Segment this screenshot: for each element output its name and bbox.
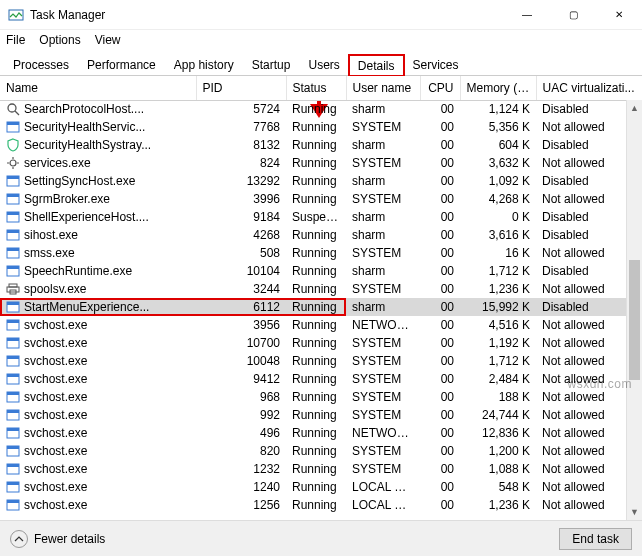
col-pid[interactable]: PID bbox=[196, 76, 286, 100]
menu-file[interactable]: File bbox=[6, 33, 25, 47]
table-row[interactable]: SpeechRuntime.exe10104Runningsharm001,71… bbox=[0, 262, 642, 280]
end-task-button[interactable]: End task bbox=[559, 528, 632, 550]
table-row[interactable]: SecurityHealthServic...7768RunningSYSTEM… bbox=[0, 118, 642, 136]
fewer-details-button[interactable]: Fewer details bbox=[10, 530, 105, 548]
table-row[interactable]: svchost.exe992RunningSYSTEM0024,744 KNot… bbox=[0, 406, 642, 424]
cell-mem: 1,088 K bbox=[460, 460, 536, 478]
cell-cpu: 00 bbox=[420, 334, 460, 352]
cell-pid: 4268 bbox=[196, 226, 286, 244]
col-user[interactable]: User name bbox=[346, 76, 420, 100]
svg-rect-36 bbox=[7, 374, 19, 377]
table-row[interactable]: svchost.exe496RunningNETWORK ...0012,836… bbox=[0, 424, 642, 442]
cell-pid: 10104 bbox=[196, 262, 286, 280]
vertical-scrollbar[interactable]: ▲ ▼ bbox=[626, 100, 642, 520]
cell-cpu: 00 bbox=[420, 100, 460, 118]
table-row[interactable]: svchost.exe10048RunningSYSTEM001,712 KNo… bbox=[0, 352, 642, 370]
table-row[interactable]: SgrmBroker.exe3996RunningSYSTEM004,268 K… bbox=[0, 190, 642, 208]
col-uac[interactable]: UAC virtualizati... bbox=[536, 76, 642, 100]
cell-user: SYSTEM bbox=[346, 334, 420, 352]
cell-name: StartMenuExperience... bbox=[0, 298, 196, 316]
process-icon bbox=[6, 426, 20, 440]
menubar: File Options View bbox=[0, 30, 642, 50]
scrollbar-up-icon[interactable]: ▲ bbox=[627, 100, 642, 116]
cell-mem: 4,268 K bbox=[460, 190, 536, 208]
cell-name: smss.exe bbox=[0, 244, 196, 262]
cell-pid: 9184 bbox=[196, 208, 286, 226]
col-cpu[interactable]: CPU bbox=[420, 76, 460, 100]
svg-rect-23 bbox=[7, 266, 19, 269]
cell-name: SpeechRuntime.exe bbox=[0, 262, 196, 280]
cell-cpu: 00 bbox=[420, 424, 460, 442]
table-row[interactable]: spoolsv.exe3244RunningSYSTEM001,236 KNot… bbox=[0, 280, 642, 298]
close-button[interactable]: ✕ bbox=[596, 0, 642, 30]
cell-name: svchost.exe bbox=[0, 352, 196, 370]
cell-name: svchost.exe bbox=[0, 388, 196, 406]
process-icon bbox=[6, 462, 20, 476]
cell-name: svchost.exe bbox=[0, 334, 196, 352]
tab-details[interactable]: Details bbox=[349, 55, 404, 76]
table-row[interactable]: svchost.exe968RunningSYSTEM00188 KNot al… bbox=[0, 388, 642, 406]
tabs: Processes Performance App history Startu… bbox=[0, 54, 642, 76]
tab-users[interactable]: Users bbox=[299, 54, 348, 75]
cell-cpu: 00 bbox=[420, 442, 460, 460]
tab-app-history[interactable]: App history bbox=[165, 54, 243, 75]
table-row[interactable]: SecurityHealthSystray...8132Runningsharm… bbox=[0, 136, 642, 154]
cell-status: Running bbox=[286, 334, 346, 352]
window-title: Task Manager bbox=[30, 8, 105, 22]
table-row[interactable]: svchost.exe1256RunningLOCAL SER...001,23… bbox=[0, 496, 642, 514]
scrollbar-down-icon[interactable]: ▼ bbox=[627, 504, 642, 520]
table-row[interactable]: SettingSyncHost.exe13292Runningsharm001,… bbox=[0, 172, 642, 190]
minimize-button[interactable]: — bbox=[504, 0, 550, 30]
cell-user: SYSTEM bbox=[346, 352, 420, 370]
svg-point-3 bbox=[8, 104, 16, 112]
table-row[interactable]: svchost.exe1240RunningLOCAL SER...00548 … bbox=[0, 478, 642, 496]
menu-options[interactable]: Options bbox=[39, 33, 80, 47]
cell-status: Running bbox=[286, 262, 346, 280]
cell-mem: 188 K bbox=[460, 388, 536, 406]
process-icon bbox=[6, 228, 20, 242]
cell-mem: 24,744 K bbox=[460, 406, 536, 424]
maximize-button[interactable]: ▢ bbox=[550, 0, 596, 30]
tab-performance[interactable]: Performance bbox=[78, 54, 165, 75]
table-row[interactable]: services.exe824RunningSYSTEM003,632 KNot… bbox=[0, 154, 642, 172]
cell-user: SYSTEM bbox=[346, 154, 420, 172]
col-mem[interactable]: Memory (ac... bbox=[460, 76, 536, 100]
table-row[interactable]: svchost.exe9412RunningSYSTEM002,484 KNot… bbox=[0, 370, 642, 388]
cell-user: sharm bbox=[346, 208, 420, 226]
cell-mem: 16 K bbox=[460, 244, 536, 262]
cell-name: sihost.exe bbox=[0, 226, 196, 244]
menu-view[interactable]: View bbox=[95, 33, 121, 47]
cell-status: Running bbox=[286, 388, 346, 406]
table-row[interactable]: SearchProtocolHost....5724Runningsharm00… bbox=[0, 100, 642, 118]
task-manager-icon bbox=[8, 7, 24, 23]
process-icon bbox=[6, 282, 20, 296]
cell-mem: 12,836 K bbox=[460, 424, 536, 442]
table-row[interactable]: sihost.exe4268Runningsharm003,616 KDisab… bbox=[0, 226, 642, 244]
svg-rect-13 bbox=[7, 176, 19, 179]
table-row[interactable]: ShellExperienceHost....9184Suspendedshar… bbox=[0, 208, 642, 226]
table-row[interactable]: StartMenuExperience...6112Runningsharm00… bbox=[0, 298, 642, 316]
table-row[interactable]: svchost.exe3956RunningNETWORK ...004,516… bbox=[0, 316, 642, 334]
scrollbar-thumb[interactable] bbox=[629, 260, 640, 380]
table-row[interactable]: svchost.exe820RunningSYSTEM001,200 KNot … bbox=[0, 442, 642, 460]
cell-cpu: 00 bbox=[420, 496, 460, 514]
svg-rect-48 bbox=[7, 482, 19, 485]
col-status[interactable]: Status bbox=[286, 76, 346, 100]
cell-cpu: 00 bbox=[420, 172, 460, 190]
process-icon bbox=[6, 390, 20, 404]
cell-status: Running bbox=[286, 352, 346, 370]
cell-user: SYSTEM bbox=[346, 244, 420, 262]
cell-user: SYSTEM bbox=[346, 118, 420, 136]
table-row[interactable]: svchost.exe1232RunningSYSTEM001,088 KNot… bbox=[0, 460, 642, 478]
cell-user: SYSTEM bbox=[346, 280, 420, 298]
tab-processes[interactable]: Processes bbox=[4, 54, 78, 75]
chevron-up-icon bbox=[10, 530, 28, 548]
tab-startup[interactable]: Startup bbox=[243, 54, 300, 75]
tab-services[interactable]: Services bbox=[404, 54, 468, 75]
cell-user: SYSTEM bbox=[346, 388, 420, 406]
col-name[interactable]: Name bbox=[0, 76, 196, 100]
cell-pid: 508 bbox=[196, 244, 286, 262]
table-row[interactable]: smss.exe508RunningSYSTEM0016 KNot allowe… bbox=[0, 244, 642, 262]
fewer-details-label: Fewer details bbox=[34, 532, 105, 546]
table-row[interactable]: svchost.exe10700RunningSYSTEM001,192 KNo… bbox=[0, 334, 642, 352]
